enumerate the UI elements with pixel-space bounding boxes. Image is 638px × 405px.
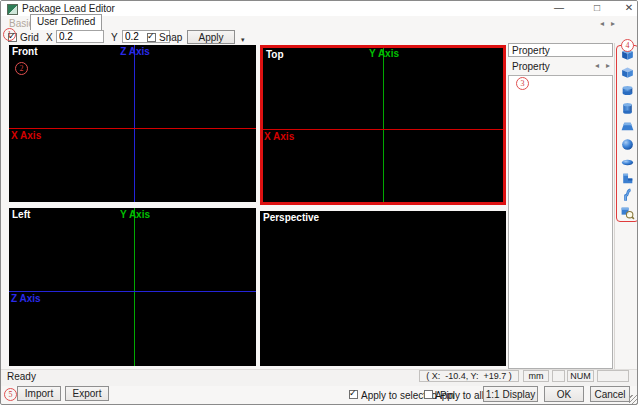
property-tab-row: Property ◂ ▸ [508, 59, 613, 74]
annotation-1: 1 [3, 28, 16, 41]
property-scroll-right-icon[interactable]: ▸ [603, 61, 613, 71]
status-blank-cell [552, 370, 565, 382]
viewport-perspective-label: Perspective [263, 212, 319, 223]
property-grid[interactable] [508, 75, 613, 369]
cursor-coordinates: ( X: -10.4, Y: +19.7 ) [419, 370, 519, 382]
viewport-left[interactable]: Left Y Axis Z Axis [9, 208, 256, 366]
snap-checkbox[interactable] [147, 33, 156, 42]
top-x-axis-label: X Axis [264, 131, 294, 142]
display-1to1-button[interactable]: 1:1 Display [483, 386, 538, 402]
apply-button[interactable]: Apply [187, 30, 235, 44]
apply-selected-pin-checkbox[interactable] [349, 390, 358, 399]
y-label: Y [111, 32, 118, 43]
app-icon [7, 4, 18, 15]
resize-grip[interactable] [629, 395, 638, 404]
units-indicator: mm [523, 370, 549, 382]
panel-divider [614, 43, 615, 369]
x-label: X [46, 32, 53, 43]
tab-scroll-right-icon[interactable]: ▸ [608, 19, 618, 29]
window-title: Package Lead Editor [22, 3, 115, 14]
minimize-button[interactable]: — [551, 1, 567, 14]
front-z-axis-line [134, 45, 135, 202]
cancel-button[interactable]: Cancel [590, 386, 630, 402]
tab-scroll-left-icon[interactable]: ◂ [597, 19, 607, 29]
property-scroll-left-icon[interactable]: ◂ [592, 61, 602, 71]
property-tab[interactable]: Property [512, 61, 550, 72]
export-button[interactable]: Export [65, 386, 109, 401]
ok-button[interactable]: OK [544, 386, 584, 402]
close-button[interactable]: ✕ [621, 1, 637, 14]
top-x-axis-line [263, 129, 503, 130]
status-blank-cell-2 [597, 370, 629, 382]
num-lock-indicator: NUM [567, 370, 594, 382]
left-y-axis-label: Y Axis [120, 209, 150, 220]
front-z-axis-label: Z Axis [120, 46, 150, 57]
annotation-5: 5 [4, 388, 17, 401]
viewport-perspective[interactable]: Perspective [260, 211, 506, 366]
property-panel-header: Property [508, 43, 613, 57]
front-x-axis-line [9, 128, 256, 129]
annotation-4-rectangle [616, 45, 638, 222]
tab-user-defined[interactable]: User Defined [30, 14, 102, 30]
apply-all-pins-checkbox[interactable] [424, 390, 433, 399]
left-z-axis-line [9, 291, 256, 292]
maximize-button[interactable]: □ [589, 1, 605, 14]
viewport-top[interactable]: Top Y Axis X Axis [260, 45, 506, 205]
viewport-front[interactable]: Front Z Axis X Axis [9, 45, 256, 202]
status-message: Ready [7, 371, 36, 382]
package-lead-editor-window: Package Lead Editor — □ ✕ Basic User Def… [0, 0, 638, 405]
top-y-axis-label: Y Axis [369, 48, 399, 59]
left-z-axis-label: Z Axis [11, 293, 41, 304]
viewport-front-label: Front [12, 46, 38, 57]
viewport-top-label: Top [266, 49, 284, 60]
snap-label: Snap [159, 32, 182, 43]
viewport-left-label: Left [12, 209, 30, 220]
grid-label: Grid [20, 32, 39, 43]
grid-x-input[interactable] [56, 30, 104, 43]
toolbar-more-icon[interactable]: ▾ [241, 36, 245, 44]
annotation-3: 3 [516, 77, 529, 90]
annotation-2: 2 [15, 62, 28, 75]
left-y-axis-line [134, 208, 135, 366]
annotation-4: 4 [621, 39, 634, 52]
import-button[interactable]: Import [17, 386, 61, 401]
front-x-axis-label: X Axis [11, 130, 41, 141]
top-y-axis-line [383, 48, 384, 202]
